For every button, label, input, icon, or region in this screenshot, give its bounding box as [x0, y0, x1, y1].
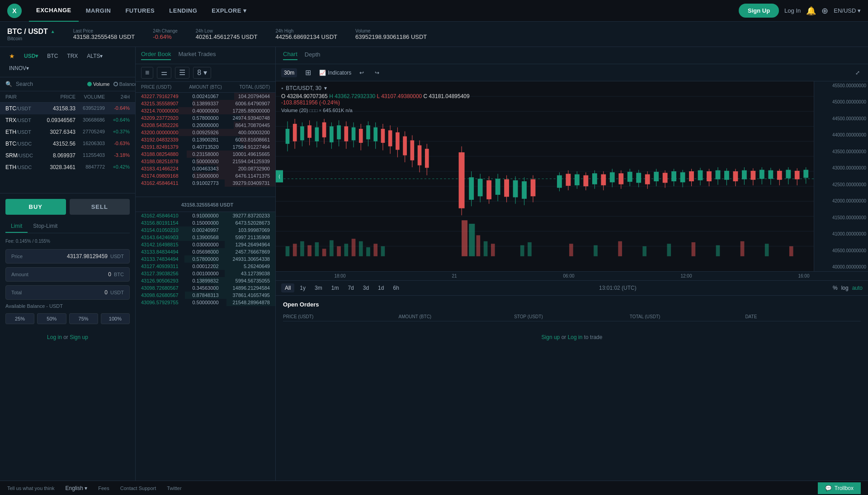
btc-tab[interactable]: BTC: [43, 51, 61, 61]
chart-scroll-handle[interactable]: ⟨: [276, 170, 283, 183]
price-input[interactable]: [38, 253, 108, 259]
language-dropdown[interactable]: English ▾: [66, 485, 88, 491]
undo-button[interactable]: ↩: [357, 68, 367, 77]
bid-row[interactable]: 43143.64246903 0.13900568 5997.21135908: [136, 234, 275, 241]
percent-btn[interactable]: 75%: [69, 313, 98, 324]
trx-tab[interactable]: TRX: [63, 51, 81, 61]
period-btn[interactable]: 3m: [311, 283, 326, 292]
bid-row[interactable]: 43127.40939311 0.00012202 5.26240649: [136, 263, 275, 270]
order-book-tab[interactable]: Order Book: [141, 51, 171, 60]
percent-btn[interactable]: 50%: [37, 313, 66, 324]
balance-view-option[interactable]: Balance: [113, 81, 137, 87]
signup-button[interactable]: Sign Up: [739, 4, 779, 18]
percent-btn[interactable]: 100%: [101, 313, 130, 324]
chart-tab[interactable]: Chart: [283, 51, 297, 60]
period-btn[interactable]: 1y: [296, 283, 309, 292]
bid-row[interactable]: 43098.72680567 0.34563000 14896.21294584: [136, 284, 275, 292]
svg-rect-82: [425, 149, 429, 168]
timeframe-30m[interactable]: 30m: [281, 68, 297, 77]
bid-row[interactable]: 43127.39038256 0.00100000 43.12739038: [136, 270, 275, 277]
ask-row[interactable]: 43162.45846411 0.91002773 39279.03409731: [136, 179, 275, 187]
bid-row[interactable]: 43126.90506293 0.13899832 5994.56735055: [136, 277, 275, 284]
innov-tab[interactable]: INNOV▾: [5, 63, 33, 73]
pair-row[interactable]: ETH/USDT 3027.6343 27705249 +0.37%: [0, 126, 135, 138]
fees-link[interactable]: Fees: [98, 486, 109, 491]
bid-row[interactable]: 43162.45846410 0.91000000 39277.83720233: [136, 212, 275, 219]
ask-row[interactable]: 43227.79162749 0.00241067 104.20794044: [136, 93, 275, 100]
ask-row[interactable]: 43188.08254880 0.23158000 10001.49615665: [136, 151, 275, 158]
redo-button[interactable]: ↪: [372, 68, 382, 77]
chart-opt-btn[interactable]: %: [833, 285, 838, 291]
period-btn[interactable]: 3d: [359, 283, 373, 292]
pair-row[interactable]: BTC/USDC 43152.56 16206303 -0.63%: [0, 138, 135, 150]
pair-row[interactable]: SRM/USDC 8.069937 11255403 -3.18%: [0, 150, 135, 161]
ask-row[interactable]: 43192.04832339 0.13900281 6003.81608661: [136, 136, 275, 143]
bid-row[interactable]: 43133.84834494 0.05698000 2457.76667869: [136, 248, 275, 255]
chart-opt-btn[interactable]: auto: [852, 285, 863, 291]
bid-row[interactable]: 43098.62680567 0.87848313 37861.41657495: [136, 292, 275, 299]
chart-opt-btn[interactable]: log: [841, 285, 849, 291]
ask-row[interactable]: 43209.23772920 0.57800000 24974.93940748: [136, 114, 275, 122]
favorites-tab[interactable]: ★: [5, 51, 19, 61]
period-btn[interactable]: 1m: [328, 283, 343, 292]
period-btn[interactable]: 6h: [389, 283, 402, 292]
login-link[interactable]: Log in: [47, 334, 62, 340]
feedback-link[interactable]: Tell us what you think: [7, 486, 55, 491]
ob-view-btn-1[interactable]: ≡: [141, 67, 153, 79]
fullscreen-button[interactable]: ⤢: [853, 68, 863, 77]
stop-limit-tab[interactable]: Stop-Limit: [28, 220, 63, 233]
ask-row[interactable]: 43183.41466224 0.00463343 200.08732900: [136, 165, 275, 172]
period-btn[interactable]: All: [281, 283, 294, 292]
logo-icon[interactable]: X: [7, 4, 22, 18]
search-input[interactable]: [16, 81, 84, 87]
period-btn[interactable]: 1d: [374, 283, 387, 292]
ask-row[interactable]: 43188.08251878 0.50000000 21594.04125939: [136, 158, 275, 165]
nav-exchange[interactable]: EXCHANGE: [29, 0, 79, 22]
candle-type-btn[interactable]: ⊞: [302, 67, 314, 78]
ask-row[interactable]: 43208.54352226 0.20000000 8641.70870445: [136, 122, 275, 129]
volume-view-option[interactable]: Volume: [87, 81, 110, 87]
signup-link[interactable]: Sign up: [70, 334, 88, 340]
pair-row[interactable]: ETH/USDC 3028.3461 8847772 +0.42%: [0, 161, 135, 173]
pair-row[interactable]: TRX/USDT 0.09346567 30668686 +0.64%: [0, 114, 135, 126]
bid-row[interactable]: 43133.74834494 0.57800000 24931.30654338: [136, 255, 275, 263]
nav-explore[interactable]: EXPLORE ▾: [204, 0, 254, 22]
depth-tab[interactable]: Depth: [305, 51, 321, 60]
alts-tab[interactable]: ALTS▾: [83, 51, 106, 61]
limit-tab[interactable]: Limit: [5, 220, 28, 233]
indicators-button[interactable]: 📈 Indicators: [319, 70, 351, 76]
bid-row[interactable]: 43096.57929755 0.50000000 21548.28964878: [136, 299, 275, 306]
ask-row[interactable]: 43174.09809168 0.15000000 6476.11471375: [136, 172, 275, 179]
login-orders-link[interactable]: Log in: [568, 334, 583, 340]
bid-row[interactable]: 43156.80191154 0.15000000 6473.52028673: [136, 219, 275, 226]
nav-futures[interactable]: FUTURES: [118, 0, 162, 22]
total-input[interactable]: [38, 289, 108, 296]
language-selector[interactable]: EN/USD ▾: [834, 7, 861, 14]
ask-row[interactable]: 43200.00000000 0.00925926 400.00003200: [136, 129, 275, 136]
ask-row[interactable]: 43215.35558907 0.13899337 6006.64790907: [136, 100, 275, 107]
sell-button[interactable]: SELL: [70, 199, 130, 215]
market-trades-tab[interactable]: Market Trades: [178, 51, 216, 60]
bell-icon[interactable]: 🔔: [806, 6, 816, 16]
ob-view-btn-2[interactable]: ⚌: [157, 67, 171, 79]
pair-row[interactable]: BTC/USDT 43158.33 63952199 -0.64%: [0, 103, 135, 114]
ask-row[interactable]: 43191.82491379 0.40713520 17584.91227464: [136, 143, 275, 151]
period-btn[interactable]: 7d: [344, 283, 357, 292]
support-link[interactable]: Contact Support: [120, 486, 156, 491]
percent-btn[interactable]: 25%: [5, 313, 34, 324]
usd-tab[interactable]: USD▾: [20, 51, 42, 61]
bid-row[interactable]: 43142.16498815 0.03000000 1294.26494964: [136, 241, 275, 248]
nav-lending[interactable]: LENDING: [162, 0, 204, 22]
nav-margin[interactable]: MARGIN: [79, 0, 118, 22]
buy-button[interactable]: BUY: [5, 199, 66, 215]
ob-view-btn-3[interactable]: ☰: [175, 67, 189, 79]
ob-size-btn[interactable]: 8 ▾: [193, 67, 211, 79]
login-button[interactable]: Log In: [784, 7, 801, 14]
trollbox-button[interactable]: 💬 Trollbox: [818, 482, 861, 494]
bid-row[interactable]: 43154.01050210 0.00240997 103.99987069: [136, 226, 275, 234]
signup-orders-link[interactable]: Sign up: [542, 334, 560, 340]
twitter-link[interactable]: Twitter: [167, 486, 181, 491]
download-icon[interactable]: ⊕: [821, 6, 828, 16]
ask-row[interactable]: 43214.70000000 0.40000000 17285.88000000: [136, 107, 275, 114]
amount-input[interactable]: [38, 271, 111, 278]
